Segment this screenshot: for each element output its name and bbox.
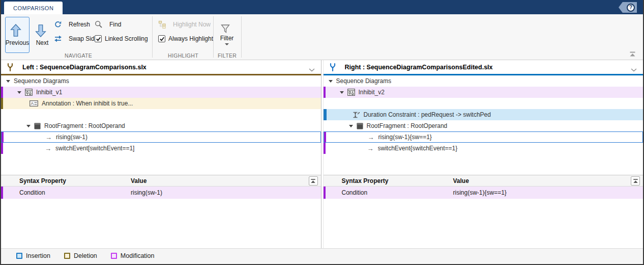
down-arrow-icon <box>35 24 47 37</box>
comparison-split-view: Left : SequenceDiagramComparisons.slx Se… <box>1 60 643 248</box>
duration-constraint-icon <box>352 111 360 119</box>
group-label-highlight: HIGHLIGHT <box>154 52 213 59</box>
legend-modification: Modification <box>111 252 155 259</box>
legend-insertion: Insertion <box>16 252 50 259</box>
help-icon: ? <box>627 4 635 12</box>
table-whitespace <box>324 199 643 248</box>
swap-sides-button[interactable]: Swap Sides <box>54 34 101 44</box>
left-panel-chevron-down-icon[interactable] <box>309 65 315 74</box>
value-column-header: Value <box>131 177 147 184</box>
tree-row-rising[interactable]: → rising(sw-1) <box>1 131 321 143</box>
tree-row-duration-constraint[interactable]: Duration Constraint : pedRequest -> swit… <box>324 109 643 120</box>
expander-icon[interactable] <box>26 125 31 127</box>
highlight-now-button[interactable]: Highlight Now <box>158 19 213 30</box>
tree-row-switchevent[interactable]: → switchEvent{switchEvent==1} <box>324 143 643 154</box>
previous-button[interactable]: Previous <box>5 17 30 53</box>
message-arrow-icon: → <box>45 134 52 141</box>
linked-scrolling-label: Linked Scrolling <box>105 35 148 42</box>
tab-comparison[interactable]: COMPARISON <box>4 2 63 14</box>
previous-button-label: Previous <box>6 39 30 46</box>
filter-button[interactable]: Filter <box>215 17 239 53</box>
filter-label: Filter <box>220 35 234 42</box>
tree-row-rootfragment[interactable]: RootFragment : RootOperand <box>1 120 321 131</box>
tab-comparison-label: COMPARISON <box>13 5 53 11</box>
expander-icon[interactable] <box>349 125 353 127</box>
collapse-table-button[interactable] <box>631 176 640 186</box>
legend-bar: Insertion Deletion Modification <box>1 248 643 263</box>
collapse-toolstrip-button[interactable] <box>628 51 637 58</box>
expander-icon[interactable] <box>6 80 10 83</box>
deletion-swatch-icon <box>64 253 70 259</box>
modification-bar <box>1 143 3 154</box>
next-button-label: Next <box>36 39 49 46</box>
left-property-table-header: Syntax Property Value <box>1 175 321 187</box>
annotation-icon: A <box>30 100 38 107</box>
group-label-navigate: NAVIGATE <box>5 52 152 59</box>
title-bar: COMPARISON ? <box>1 0 643 14</box>
filter-icon <box>221 24 230 33</box>
modification-bar <box>1 187 3 199</box>
group-separator <box>152 16 153 58</box>
syntax-property-column-header: Syntax Property <box>19 177 66 184</box>
left-panel-header[interactable]: Left : SequenceDiagramComparisons.slx <box>1 60 321 74</box>
sequence-diagram-icon <box>347 89 355 96</box>
right-condition-row[interactable]: Condition rising(sw-1){sw==1} <box>324 187 643 199</box>
right-panel-title: Right : SequenceDiagramComparisonsEdited… <box>345 64 493 71</box>
linked-scrolling-checkbox[interactable] <box>95 35 102 42</box>
deletion-bar <box>1 98 3 109</box>
filter-dropdown-caret-icon <box>225 43 229 45</box>
find-icon <box>95 20 103 29</box>
property-name: Condition <box>19 189 45 196</box>
tree-row-inhibit-v1[interactable]: Inhibit_v1 <box>1 87 321 98</box>
expander-icon[interactable] <box>340 91 344 94</box>
tree-row-sequence-diagrams[interactable]: Sequence Diagrams <box>1 75 321 87</box>
up-arrow-icon <box>10 24 22 37</box>
find-label: Find <box>109 21 121 28</box>
tree-row-switchevent[interactable]: → switchEvent[switchEvent==1] <box>1 143 321 154</box>
legend-modification-label: Modification <box>121 252 155 259</box>
fragment-icon <box>34 123 41 129</box>
message-arrow-icon: → <box>45 145 51 152</box>
refresh-label: Refresh <box>69 21 90 28</box>
linked-scrolling-toggle[interactable]: Linked Scrolling <box>95 34 148 44</box>
legend-deletion-label: Deletion <box>74 252 97 259</box>
message-arrow-icon: → <box>368 134 374 141</box>
modification-bar <box>324 87 326 98</box>
tree-row-annotation[interactable]: A Annotation : When inhibit is true... <box>1 98 321 109</box>
right-panel-header[interactable]: Right : SequenceDiagramComparisonsEdited… <box>324 60 643 74</box>
find-button[interactable]: Find <box>95 19 148 30</box>
property-value: rising(sw-1){sw==1} <box>453 189 507 196</box>
tree-whitespace <box>1 154 321 175</box>
tree-row-blank <box>1 109 321 120</box>
next-button[interactable]: Next <box>32 17 52 53</box>
tree-whitespace <box>324 154 643 175</box>
tree-row-rising[interactable]: → rising(sw-1){sw==1} <box>324 131 643 143</box>
left-branch-icon <box>6 63 14 72</box>
collapse-table-button[interactable] <box>309 176 318 186</box>
highlight-now-label: Highlight Now <box>173 21 211 28</box>
tree-row-rootfragment[interactable]: RootFragment : RootOperand <box>324 120 643 131</box>
right-property-table-header: Syntax Property Value <box>324 175 643 187</box>
refresh-button[interactable]: Refresh <box>54 19 101 30</box>
fragment-icon <box>357 123 363 129</box>
expander-icon[interactable] <box>329 80 333 83</box>
tree-row-inhibit-v2[interactable]: Inhibit_v2 <box>324 87 643 98</box>
left-condition-row[interactable]: Condition rising(sw-1) <box>1 187 321 199</box>
right-panel-chevron-down-icon[interactable] <box>631 65 637 74</box>
property-value: rising(sw-1) <box>131 189 162 196</box>
help-button[interactable]: ? <box>619 2 637 13</box>
left-panel: Left : SequenceDiagramComparisons.slx Se… <box>1 60 321 248</box>
always-highlight-toggle[interactable]: Always Highlight <box>158 34 213 44</box>
always-highlight-checkbox[interactable] <box>158 35 165 42</box>
group-separator <box>213 16 214 58</box>
syntax-property-column-header: Syntax Property <box>342 177 389 184</box>
expander-icon[interactable] <box>17 91 21 94</box>
group-separator <box>241 16 242 58</box>
tree-row-sequence-diagrams[interactable]: Sequence Diagrams <box>324 75 643 87</box>
comparison-tool-window: COMPARISON ? Previous Next Refresh <box>0 0 644 265</box>
modification-bar <box>324 132 326 142</box>
toolstrip: Previous Next Refresh Swap Sides <box>1 14 643 60</box>
modification-bar <box>1 87 3 98</box>
value-column-header: Value <box>453 177 469 184</box>
right-panel: Right : SequenceDiagramComparisonsEdited… <box>324 60 643 248</box>
